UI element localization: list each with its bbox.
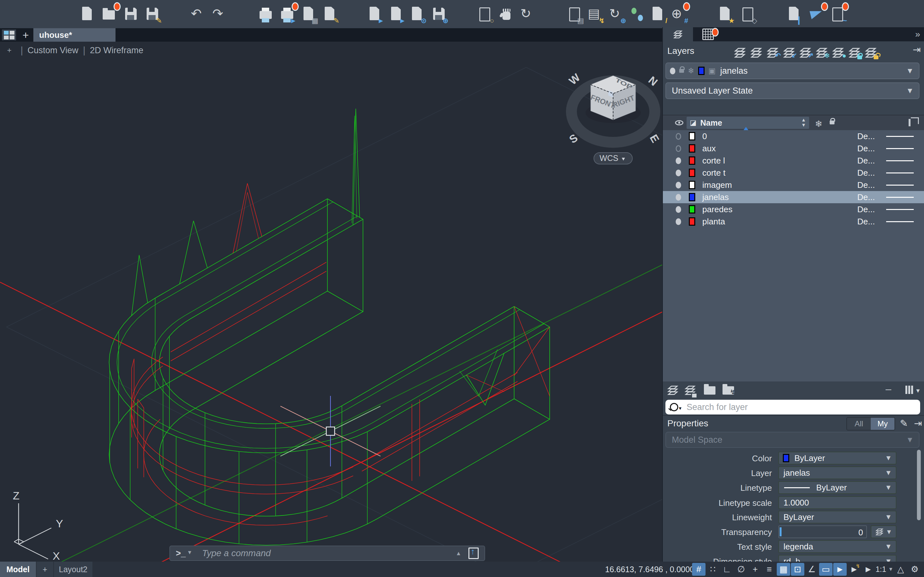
lock-column-icon[interactable]	[830, 120, 835, 126]
compass-west[interactable]: W	[567, 71, 583, 87]
layer-on-indicator[interactable]	[676, 206, 681, 213]
search-options-icon[interactable]: ▾	[679, 405, 682, 411]
command-paste-icon[interactable]: ↑	[468, 548, 479, 559]
window-tile-icon[interactable]	[2, 29, 16, 40]
layer-color-swatch[interactable]	[689, 205, 695, 213]
view-control[interactable]: Custom View	[27, 45, 79, 55]
annotation-visibility-toggle[interactable]: △	[894, 563, 907, 576]
layer-color-swatch[interactable]	[689, 169, 695, 177]
layer-group-folder-icon[interactable]	[704, 386, 716, 395]
redo[interactable]: ↷	[211, 5, 228, 23]
transparency-display-toggle[interactable]: ▦	[777, 563, 790, 576]
cursor-style-toggle[interactable]: ►	[861, 563, 875, 576]
polar-tracking-toggle[interactable]: ∅	[734, 563, 748, 576]
file-tab-active[interactable]: uhouse*	[33, 28, 115, 42]
open-file[interactable]	[100, 5, 118, 23]
annotation-scale-toggle[interactable]: 1:1▼	[876, 563, 893, 576]
import[interactable]: ►	[366, 5, 383, 23]
viewport-column-icon[interactable]	[909, 120, 911, 126]
layer-on-indicator[interactable]	[676, 145, 681, 152]
layer-row[interactable]: corte tDe...	[663, 167, 924, 179]
settings-toggle[interactable]: ⚙	[908, 563, 921, 576]
slider-handle[interactable]	[780, 527, 782, 536]
layer-control[interactable]: janelas▼	[779, 466, 897, 479]
export[interactable]: ►	[388, 5, 405, 23]
smart-search[interactable]: ★	[716, 5, 734, 23]
layer-state-dropdown[interactable]: Unsaved Layer State ▼	[666, 82, 919, 99]
tool-options[interactable]: ▤	[565, 5, 583, 23]
properties-dock-icon[interactable]: ⇥	[914, 418, 922, 429]
color-control[interactable]: ByLayer▼	[779, 452, 897, 464]
osnap-tracking-toggle[interactable]: ►	[833, 563, 846, 576]
new-file[interactable]	[79, 5, 96, 23]
layer-properties-icon[interactable]	[685, 384, 696, 397]
layer-row[interactable]: 0De...	[663, 130, 924, 142]
performance[interactable]: ~	[829, 5, 846, 23]
chevron-down-icon[interactable]: ▼	[915, 388, 921, 394]
transparency-slider[interactable]: 0	[779, 525, 867, 538]
layer-unlock[interactable]	[865, 45, 879, 59]
object-snap-toggle[interactable]: +	[748, 563, 762, 576]
drawing-compare[interactable]: ▎	[785, 5, 803, 23]
linetype-control[interactable]: ByLayer▼	[779, 481, 897, 494]
layer-off[interactable]: ●	[832, 45, 846, 59]
filter-my-button[interactable]: My	[871, 418, 895, 430]
command-input[interactable]	[202, 548, 456, 559]
command-bar[interactable]: >_▼ ▲ ↑	[170, 546, 485, 561]
scale-reference[interactable]: ◇	[739, 5, 756, 23]
layer-row[interactable]: corte lDe...	[663, 155, 924, 167]
quick-properties[interactable]: ▤↯	[586, 5, 604, 23]
layer-filter-folder-icon[interactable]: ↯	[722, 386, 734, 395]
columns-icon[interactable]	[905, 386, 913, 394]
layout-tab-layout2[interactable]: Layout2	[54, 562, 92, 577]
layer-previous[interactable]: ↶	[767, 45, 780, 59]
layer-color-swatch[interactable]	[689, 218, 695, 226]
linetype-scale-control[interactable]: 1.0000	[779, 496, 897, 509]
freeze-column-icon[interactable]: ❄	[815, 119, 822, 129]
command-history-icon[interactable]: ▲	[456, 550, 461, 557]
attach-reference[interactable]: ⊙	[409, 5, 426, 23]
layer-row[interactable]: auxDe...	[663, 142, 924, 155]
dynamic-input-toggle[interactable]: ▭	[819, 563, 833, 576]
undo[interactable]: ↶	[190, 5, 207, 23]
filter-all-button[interactable]: All	[847, 418, 871, 430]
new-layer-icon[interactable]	[667, 384, 678, 397]
remove-icon[interactable]: –	[885, 383, 891, 395]
visual-style-control[interactable]: 2D Wireframe	[90, 45, 144, 55]
share-drawing[interactable]	[808, 5, 825, 23]
zoom-window[interactable]: ○	[476, 5, 493, 23]
layer-on-indicator[interactable]	[676, 194, 681, 201]
layer-on-indicator[interactable]	[676, 133, 681, 140]
grid-toggle[interactable]: #	[692, 563, 706, 576]
panel-overflow-button[interactable]: »	[915, 29, 920, 39]
save-web[interactable]: ⊕	[430, 5, 447, 23]
layer-color-swatch[interactable]	[689, 144, 695, 153]
compass-north[interactable]: N	[646, 74, 660, 88]
selection-cycling-toggle[interactable]: ⊡	[791, 563, 804, 576]
snap-lightning-toggle[interactable]: ►↯	[847, 563, 861, 576]
new-tab-button[interactable]: +	[19, 28, 33, 42]
search-input[interactable]	[686, 402, 920, 413]
layout-tab-model[interactable]: Model	[0, 562, 36, 577]
layer-freeze[interactable]: ❄	[816, 45, 829, 59]
layer-on-indicator[interactable]	[676, 157, 681, 164]
layer-color-swatch[interactable]	[689, 132, 695, 140]
snap-toggle[interactable]: ∷	[706, 563, 720, 576]
layer-row[interactable]: imagemDe...	[663, 179, 924, 191]
page-setup[interactable]: ▦	[300, 5, 317, 23]
refresh-fields[interactable]: ↻⊕	[608, 5, 625, 23]
layers-dock-icon[interactable]: ⇥	[913, 44, 921, 55]
layer-settings[interactable]	[750, 45, 764, 59]
ortho-toggle[interactable]: ∟	[720, 563, 734, 576]
layer-on-indicator[interactable]	[676, 218, 681, 225]
plot-edit[interactable]: ✎	[321, 5, 338, 23]
layer-unisolate[interactable]: ↗	[800, 45, 813, 59]
visibility-column-icon[interactable]	[675, 120, 683, 125]
layer-color-swatch[interactable]	[689, 193, 695, 201]
tab-layers[interactable]	[663, 27, 693, 41]
layer-on-indicator[interactable]	[676, 182, 681, 189]
layer-on-indicator[interactable]	[676, 169, 681, 176]
orbit[interactable]: ↻	[519, 5, 536, 23]
purge[interactable]: /	[649, 5, 666, 23]
angle-snap-toggle[interactable]: ∠	[805, 563, 819, 576]
